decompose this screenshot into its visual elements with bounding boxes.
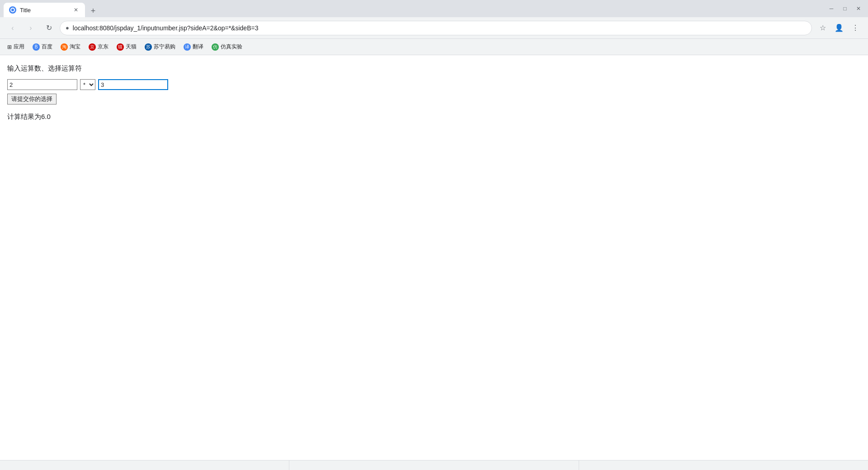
tab-title: Title	[20, 7, 69, 14]
window-controls: ─ □ ✕	[826, 3, 864, 14]
status-bar	[0, 460, 868, 470]
bookmark-simulation-label: 仿真实验	[221, 43, 242, 51]
account-button[interactable]: 👤	[832, 21, 846, 35]
bookmarks-bar: ⊞ 应用 B 百度 淘 淘宝 京 京东 猫 天猫 苏 苏宁易购 译 翻译 仿 仿	[0, 39, 868, 55]
status-seg-2	[289, 461, 579, 470]
submit-row: 请提交你的选择	[7, 94, 861, 104]
forward-button[interactable]: ›	[24, 21, 38, 35]
address-bar: ‹ › ↻ ● localhost:8080/jspday_1/inputnum…	[0, 17, 868, 39]
side-b-input[interactable]	[98, 79, 168, 90]
side-a-input[interactable]	[7, 79, 77, 90]
bookmark-taobao[interactable]: 淘 淘宝	[57, 41, 84, 52]
reload-button[interactable]: ↻	[42, 21, 56, 35]
jd-icon: 京	[89, 43, 96, 51]
bookmark-baidu-label: 百度	[42, 43, 52, 51]
bookmark-tmall[interactable]: 猫 天猫	[113, 41, 140, 52]
apps-icon: ⊞	[7, 44, 12, 50]
submit-button[interactable]: 请提交你的选择	[7, 94, 57, 104]
operator-select[interactable]: + - * /	[80, 79, 95, 90]
bookmark-taobao-label: 淘宝	[70, 43, 80, 51]
minimize-button[interactable]: ─	[826, 3, 837, 14]
bookmark-star-button[interactable]: ☆	[816, 21, 830, 35]
back-button[interactable]: ‹	[5, 21, 20, 35]
status-seg-3	[579, 461, 868, 470]
bookmark-apps[interactable]: ⊞ 应用	[4, 41, 28, 52]
url-text: localhost:8080/jspday_1/inputnumber.jsp?…	[73, 24, 806, 32]
new-tab-button[interactable]: +	[87, 5, 99, 17]
taobao-icon: 淘	[61, 43, 68, 51]
address-bar-actions: ☆ 👤 ⋮	[816, 21, 863, 35]
maximize-button[interactable]: □	[839, 3, 851, 14]
calculator-form-row: + - * /	[7, 79, 861, 90]
bookmark-translate-label: 翻译	[193, 43, 203, 51]
tmall-icon: 猫	[117, 43, 124, 51]
status-seg-1	[0, 461, 289, 470]
translate-icon: 译	[184, 43, 191, 51]
bookmark-simulation[interactable]: 仿 仿真实验	[208, 41, 246, 52]
page-heading: 输入运算数、选择运算符	[7, 64, 861, 73]
url-security-icon: ●	[66, 24, 69, 31]
bookmark-jd-label: 京东	[98, 43, 108, 51]
bookmark-apps-label: 应用	[14, 43, 24, 51]
suning-icon: 苏	[145, 43, 152, 51]
result-text: 计算结果为6.0	[7, 113, 861, 121]
close-window-button[interactable]: ✕	[853, 3, 864, 14]
bookmark-jd[interactable]: 京 京东	[85, 41, 112, 52]
bookmark-baidu[interactable]: B 百度	[29, 41, 56, 52]
url-bar[interactable]: ● localhost:8080/jspday_1/inputnumber.js…	[60, 21, 812, 35]
bookmark-suning-label: 苏宁易购	[154, 43, 175, 51]
bookmark-suning[interactable]: 苏 苏宁易购	[141, 41, 179, 52]
bookmark-tmall-label: 天猫	[126, 43, 137, 51]
browser-menu-button[interactable]: ⋮	[848, 21, 863, 35]
simulation-icon: 仿	[212, 43, 219, 51]
tab-area: Title ✕ +	[4, 0, 822, 17]
baidu-icon: B	[33, 43, 40, 51]
bookmark-translate[interactable]: 译 翻译	[180, 41, 207, 52]
title-bar: Title ✕ + ─ □ ✕	[0, 0, 868, 17]
tab-favicon	[9, 6, 16, 14]
tab-close-button[interactable]: ✕	[72, 6, 80, 14]
page-content: 输入运算数、选择运算符 + - * / 请提交你的选择 计算结果为6.0	[0, 55, 868, 460]
active-tab[interactable]: Title ✕	[4, 3, 85, 17]
